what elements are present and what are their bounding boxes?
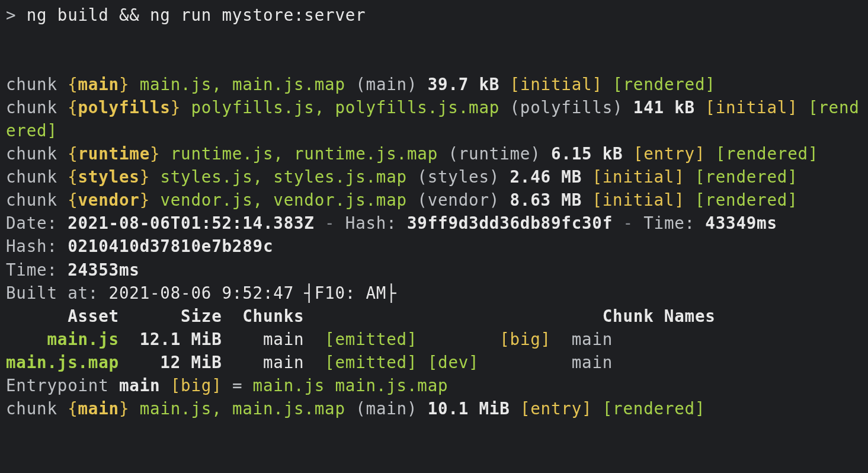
asset-size: 12 MiB bbox=[160, 353, 222, 372]
asset-extra: [big] bbox=[499, 330, 551, 349]
time-value: 43349ms bbox=[705, 213, 777, 232]
chunk-files: vendor.js, vendor.js.map bbox=[160, 190, 407, 209]
col-size: Size bbox=[181, 306, 222, 325]
chunk-tag: [rendered] bbox=[716, 144, 819, 163]
chunk-tag: [rendered] bbox=[603, 399, 706, 418]
col-chunks: Chunks bbox=[242, 306, 304, 325]
chunk-label: chunk bbox=[6, 167, 57, 186]
chunk-files: runtime.js, runtime.js.map bbox=[171, 144, 438, 163]
hash-label: Hash: bbox=[345, 213, 397, 232]
chunk-files: main.js, main.js.map bbox=[140, 399, 345, 418]
chunk-size: 8.63 MB bbox=[510, 190, 582, 209]
chunk-files: main.js, main.js.map bbox=[140, 75, 345, 94]
chunk-tag: [initial] bbox=[705, 98, 797, 117]
time-value: 24353ms bbox=[68, 260, 140, 279]
chunk-label: chunk bbox=[6, 144, 57, 163]
chunk-name: main bbox=[78, 75, 119, 94]
builtat-date: 2021-08-06 bbox=[109, 283, 212, 302]
hash-value: 39ff9d3dd36db89fc30f bbox=[407, 213, 613, 232]
entrypoint-tag: [big] bbox=[171, 376, 222, 395]
asset-size: 12.1 MiB bbox=[140, 330, 222, 349]
chunk-tag: [entry] bbox=[520, 399, 592, 418]
asset-chunkname: main bbox=[572, 330, 613, 349]
builtat-label: Built at: bbox=[6, 283, 98, 302]
hash-value: 0210410d37810e7b289c bbox=[68, 237, 273, 255]
chunk-label: chunk bbox=[6, 399, 57, 418]
builtat-time: 9:52:47 bbox=[222, 283, 294, 302]
entrypoint-files: main.js main.js.map bbox=[253, 376, 449, 395]
chunk-size: 141 kB bbox=[633, 98, 695, 117]
chunk-name: main bbox=[78, 399, 119, 418]
chunk-name: vendor bbox=[78, 190, 140, 209]
hash-label: Hash: bbox=[6, 237, 57, 255]
chunk-name: styles bbox=[78, 167, 140, 186]
chunk-paren: (polyfills) bbox=[510, 98, 623, 117]
chunk-size: 39.7 kB bbox=[428, 75, 500, 94]
entrypoint-name: main bbox=[119, 376, 160, 395]
asset-chunk: main bbox=[263, 353, 304, 372]
chunk-size: 6.15 kB bbox=[551, 144, 623, 163]
chunk-size: 2.46 MB bbox=[510, 167, 582, 186]
entrypoint-label: Entrypoint bbox=[6, 376, 109, 395]
asset-name: main.js.map bbox=[6, 353, 119, 372]
asset-flag: [dev] bbox=[428, 353, 479, 372]
date-label: Date: bbox=[6, 213, 57, 232]
asset-chunkname: main bbox=[572, 353, 613, 372]
command-text: ng build && ng run mystore:server bbox=[27, 5, 366, 24]
col-asset: Asset bbox=[68, 306, 119, 325]
prompt-caret: > bbox=[6, 5, 16, 24]
chunk-tag: [entry] bbox=[633, 144, 706, 163]
asset-flag: [emitted] bbox=[325, 353, 417, 372]
chunk-paren: (main) bbox=[355, 75, 417, 94]
time-label: Time: bbox=[643, 213, 695, 232]
builtat-suffix: ┤F10: AM├ bbox=[304, 283, 396, 302]
chunk-paren: (main) bbox=[355, 399, 417, 418]
chunk-tag: [initial] bbox=[592, 167, 684, 186]
chunk-files: polyfills.js, polyfills.js.map bbox=[191, 98, 499, 117]
chunk-tag: [initial] bbox=[510, 75, 603, 94]
asset-name: main.js bbox=[47, 330, 119, 349]
chunk-paren: (styles) bbox=[417, 167, 499, 186]
chunk-paren: (runtime) bbox=[448, 144, 540, 163]
col-chunk-names: Chunk Names bbox=[603, 306, 716, 325]
chunk-files: styles.js, styles.js.map bbox=[160, 167, 407, 186]
chunk-tag: [rendered] bbox=[695, 167, 798, 186]
terminal-output[interactable]: > ng build && ng run mystore:server chun… bbox=[0, 0, 868, 426]
date-value: 2021-08-06T01:52:14.383Z bbox=[68, 213, 315, 232]
asset-chunk: main bbox=[263, 330, 304, 349]
chunk-tag: [initial] bbox=[592, 190, 684, 209]
time-label: Time: bbox=[6, 260, 57, 279]
asset-flag: [emitted] bbox=[325, 330, 417, 349]
chunk-label: chunk bbox=[6, 98, 57, 117]
chunk-tag: [rendered] bbox=[695, 190, 798, 209]
chunk-paren: (vendor) bbox=[417, 190, 499, 209]
chunk-size: 10.1 MiB bbox=[428, 399, 510, 418]
chunk-name: runtime bbox=[78, 144, 150, 163]
chunk-label: chunk bbox=[6, 75, 57, 94]
chunk-label: chunk bbox=[6, 190, 57, 209]
chunk-name: polyfills bbox=[78, 98, 171, 117]
chunk-tag: [rendered] bbox=[613, 75, 716, 94]
